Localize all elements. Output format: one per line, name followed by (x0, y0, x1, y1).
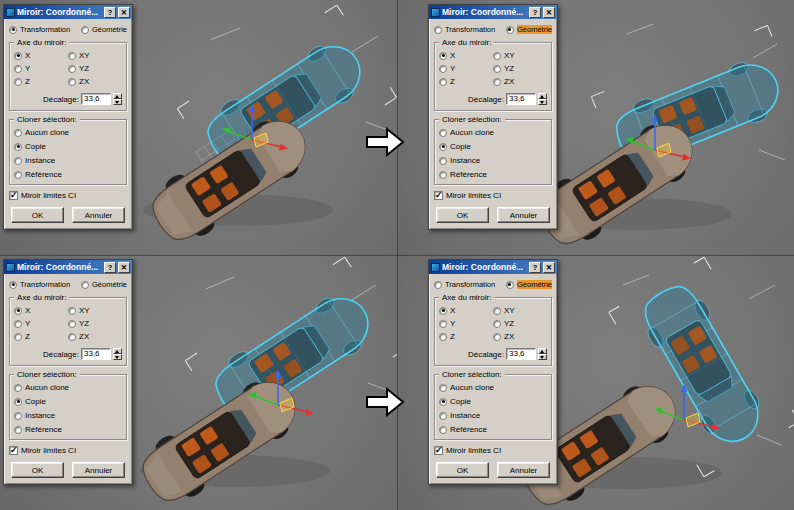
ok-button[interactable]: OK (11, 207, 64, 223)
close-button[interactable]: ✕ (118, 262, 130, 273)
dialog-titlebar[interactable]: Miroir: Coordonné... ? ✕ (429, 260, 557, 274)
radio-axis-yz[interactable]: YZ (68, 64, 122, 73)
spinner-down-icon[interactable] (538, 354, 547, 360)
close-button[interactable]: ✕ (543, 262, 555, 273)
radio-label: Z (450, 332, 455, 341)
radio-axis-yz[interactable]: YZ (493, 64, 547, 73)
radio-axis-z[interactable]: Z (439, 77, 493, 86)
ok-button[interactable]: OK (11, 462, 64, 478)
cancel-button[interactable]: Annuler (72, 462, 125, 478)
radio-label: Aucun clone (450, 128, 494, 137)
radio-label: Z (25, 77, 30, 86)
radio-axis-y[interactable]: Y (439, 319, 493, 328)
offset-input[interactable]: 33,6 (81, 348, 111, 360)
radio-clone-aucun[interactable]: Aucun clone (14, 128, 122, 137)
radio-geometrie[interactable]: Géométrie (506, 280, 552, 289)
radio-label: Géométrie (517, 280, 552, 289)
radio-clone-instance[interactable]: Instance (439, 156, 547, 165)
radio-label: Instance (25, 156, 55, 165)
radio-transformation[interactable]: Transformation (9, 280, 70, 289)
spinner-down-icon[interactable] (113, 99, 122, 105)
mirror-axis-group: Axe du miroir: X Y Z (9, 297, 127, 366)
radio-axis-zx[interactable]: ZX (493, 77, 547, 86)
app-icon (6, 8, 15, 17)
radio-clone-reference[interactable]: Référence (439, 170, 547, 179)
close-button[interactable]: ✕ (543, 7, 555, 18)
cancel-button[interactable]: Annuler (72, 207, 125, 223)
help-button[interactable]: ? (529, 262, 541, 273)
mirror-ik-checkbox[interactable]: Miroir limites CI (434, 191, 552, 200)
spinner-down-icon[interactable] (538, 99, 547, 105)
mirror-ik-checkbox[interactable]: Miroir limites CI (9, 191, 127, 200)
radio-geometrie[interactable]: Géométrie (81, 25, 127, 34)
help-button[interactable]: ? (104, 7, 116, 18)
radio-clone-copie[interactable]: Copie (439, 142, 547, 151)
cancel-button[interactable]: Annuler (497, 462, 550, 478)
radio-transformation[interactable]: Transformation (434, 280, 495, 289)
radio-axis-zx[interactable]: ZX (68, 77, 122, 86)
radio-axis-x[interactable]: X (439, 306, 493, 315)
spinner-down-icon[interactable] (113, 354, 122, 360)
help-button[interactable]: ? (104, 262, 116, 273)
checkbox-label: Miroir limites CI (21, 191, 76, 200)
radio-axis-z[interactable]: Z (439, 332, 493, 341)
radio-circle (14, 78, 22, 86)
radio-circle (14, 52, 22, 60)
radio-clone-instance[interactable]: Instance (14, 411, 122, 420)
radio-geometrie[interactable]: Géométrie (506, 25, 552, 34)
radio-transformation[interactable]: Transformation (434, 25, 495, 34)
radio-axis-xy[interactable]: XY (493, 51, 547, 60)
radio-geometrie[interactable]: Géométrie (81, 280, 127, 289)
radio-axis-x[interactable]: X (14, 306, 68, 315)
radio-circle (14, 412, 22, 420)
radio-axis-yz[interactable]: YZ (493, 319, 547, 328)
radio-axis-y[interactable]: Y (439, 64, 493, 73)
radio-clone-copie[interactable]: Copie (439, 397, 547, 406)
radio-clone-reference[interactable]: Référence (14, 170, 122, 179)
radio-axis-y[interactable]: Y (14, 64, 68, 73)
offset-input[interactable]: 33,6 (506, 93, 536, 105)
dialog-titlebar[interactable]: Miroir: Coordonné... ? ✕ (4, 5, 132, 19)
radio-clone-copie[interactable]: Copie (14, 397, 122, 406)
dialog-titlebar[interactable]: Miroir: Coordonné... ? ✕ (4, 260, 132, 274)
radio-axis-z[interactable]: Z (14, 332, 68, 341)
radio-clone-reference[interactable]: Référence (14, 425, 122, 434)
radio-axis-xy[interactable]: XY (68, 51, 122, 60)
radio-label: ZX (504, 77, 514, 86)
cancel-button[interactable]: Annuler (497, 207, 550, 223)
radio-axis-zx[interactable]: ZX (68, 332, 122, 341)
radio-clone-copie[interactable]: Copie (14, 142, 122, 151)
mirror-ik-checkbox[interactable]: Miroir limites CI (9, 446, 127, 455)
ok-button[interactable]: OK (436, 207, 489, 223)
radio-axis-y[interactable]: Y (14, 319, 68, 328)
radio-circle (68, 307, 76, 315)
offset-input[interactable]: 33,6 (506, 348, 536, 360)
radio-transformation[interactable]: Transformation (9, 25, 70, 34)
radio-clone-instance[interactable]: Instance (439, 411, 547, 420)
dialog-title: Miroir: Coordonné... (442, 7, 527, 17)
radio-axis-zx[interactable]: ZX (493, 332, 547, 341)
dialog-titlebar[interactable]: Miroir: Coordonné... ? ✕ (429, 5, 557, 19)
radio-clone-instance[interactable]: Instance (14, 156, 122, 165)
radio-axis-x[interactable]: X (439, 51, 493, 60)
offset-input[interactable]: 33,6 (81, 93, 111, 105)
radio-axis-x[interactable]: X (14, 51, 68, 60)
radio-axis-z[interactable]: Z (14, 77, 68, 86)
radio-label: Aucun clone (25, 383, 69, 392)
help-button[interactable]: ? (529, 7, 541, 18)
mirror-ik-checkbox[interactable]: Miroir limites CI (434, 446, 552, 455)
dialog-body: Transformation Géométrie Axe du miroir: … (429, 19, 557, 229)
radio-clone-aucun[interactable]: Aucun clone (14, 383, 122, 392)
radio-circle (434, 26, 442, 34)
radio-label: Référence (25, 170, 62, 179)
mirror-mode-row: Transformation Géométrie (9, 280, 127, 289)
radio-axis-xy[interactable]: XY (493, 306, 547, 315)
radio-clone-aucun[interactable]: Aucun clone (439, 383, 547, 392)
viewport-quadrant-top-right: Miroir: Coordonné... ? ✕ Transformation … (397, 0, 794, 255)
radio-clone-reference[interactable]: Référence (439, 425, 547, 434)
close-button[interactable]: ✕ (118, 7, 130, 18)
radio-axis-yz[interactable]: YZ (68, 319, 122, 328)
radio-axis-xy[interactable]: XY (68, 306, 122, 315)
ok-button[interactable]: OK (436, 462, 489, 478)
radio-clone-aucun[interactable]: Aucun clone (439, 128, 547, 137)
